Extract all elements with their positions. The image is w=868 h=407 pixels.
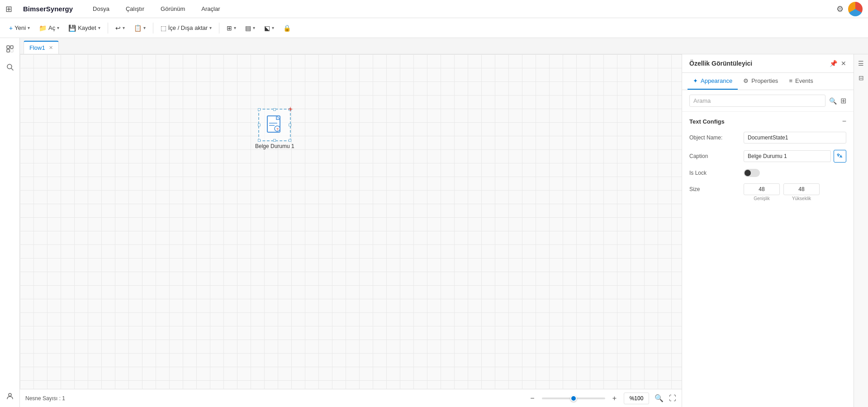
right-icon-panel: ☰ ⊟ (854, 54, 868, 407)
tab-close-icon[interactable]: ✕ (49, 45, 53, 51)
sidebar-user-icon[interactable] (3, 389, 17, 403)
zoom-in-button[interactable]: + (611, 393, 618, 404)
tab-area: Flow1 ✕ (20, 38, 868, 407)
is-lock-row: Is Lock (689, 169, 846, 177)
panel-search-area: 🔍 ⊞ (682, 90, 854, 112)
export-icon: ⬚ (161, 24, 166, 32)
lock-icon: 🔒 (283, 24, 291, 32)
size-height-group: Yükseklik (783, 183, 820, 201)
tab-events[interactable]: ≡ Events (783, 73, 818, 90)
events-tab-label: Events (795, 77, 813, 84)
size-width-label: Genişlik (754, 196, 770, 201)
panel-header: Özellik Görüntüleyici 📌 ✕ (682, 54, 854, 73)
menu-gorunum[interactable]: Görünüm (157, 4, 189, 14)
save-chevron-icon: ▾ (98, 25, 100, 30)
svg-text:?: ? (276, 127, 279, 131)
panel-layout-icon[interactable]: ⊞ (840, 96, 846, 105)
is-lock-toggle[interactable] (744, 169, 760, 177)
flow-node[interactable]: ? Belge Durumu 1 (255, 109, 294, 149)
menu-calistir[interactable]: Çalıştır (122, 4, 148, 14)
clipboard-chevron-icon: ▾ (143, 25, 146, 30)
size-height-input[interactable] (783, 183, 820, 195)
size-height-label: Yükseklik (792, 196, 811, 201)
layout-chevron-icon: ▾ (253, 25, 255, 30)
canvas[interactable]: ? Belge Durumu 1 (20, 54, 682, 389)
layout-button[interactable]: ▤ ▾ (242, 23, 259, 34)
clipboard-icon: 📋 (134, 24, 142, 32)
toolbar-separator-2 (153, 23, 153, 34)
caption-label: Caption (689, 153, 744, 159)
export-button[interactable]: ⬚ İçe / Dışa aktar ▾ (157, 23, 215, 34)
close-panel-icon[interactable]: ✕ (841, 60, 846, 67)
sidebar-tool-icon[interactable] (3, 42, 17, 56)
object-name-row: Object Name: (689, 132, 846, 144)
svg-rect-0 (7, 46, 9, 48)
new-button[interactable]: + Yeni ▾ (5, 23, 33, 34)
search-input[interactable] (689, 95, 825, 107)
fit-screen-icon[interactable]: ⛶ (669, 394, 676, 402)
handle-mr (289, 124, 291, 126)
shape-button[interactable]: ⬕ ▾ (261, 23, 278, 34)
toolbar-separator-1 (108, 23, 108, 34)
right-panel-icon-1[interactable]: ☰ (856, 58, 867, 69)
lock-button[interactable]: 🔒 (280, 23, 294, 34)
handle-bc (273, 139, 276, 142)
svg-line-5 (11, 68, 13, 70)
brand-logo[interactable] (848, 2, 863, 16)
tab-appearance[interactable]: ✦ Appearance (688, 73, 738, 90)
section-header: Text Configs − (689, 117, 846, 125)
object-name-input[interactable] (744, 132, 846, 144)
menu-araclar[interactable]: Araçlar (198, 4, 223, 14)
events-tab-icon: ≡ (789, 77, 792, 84)
undo-button[interactable]: ↩ ▾ (112, 23, 128, 34)
object-name-label: Object Name: (689, 134, 744, 141)
folder-icon: 📁 (39, 24, 47, 32)
translate-button[interactable] (834, 150, 846, 163)
zoom-slider-track[interactable] (542, 397, 605, 399)
canvas-container: ? Belge Durumu 1 Nesne Sayısı : 1 − + (20, 54, 682, 407)
toolbar: + Yeni ▾ 📁 Aç ▾ 💾 Kaydet ▾ ↩ ▾ 📋 ▾ ⬚ İçe… (0, 18, 868, 38)
svg-point-6 (9, 393, 11, 396)
zoom-input[interactable]: %100 (624, 393, 649, 404)
svg-rect-1 (10, 46, 13, 48)
settings-icon[interactable]: ⚙ (836, 4, 844, 14)
handle-ml (258, 124, 261, 126)
pin-icon[interactable]: 📌 (830, 60, 837, 67)
properties-tab-label: Properties (751, 77, 778, 84)
menu-dosya[interactable]: Dosya (89, 4, 113, 14)
shape-icon: ⬕ (264, 24, 270, 32)
node-document-icon: ? (264, 114, 285, 136)
tab-bar: Flow1 ✕ (20, 38, 868, 54)
tab-properties[interactable]: ⚙ Properties (738, 73, 783, 90)
clipboard-button[interactable]: 📋 ▾ (130, 23, 149, 34)
size-width-input[interactable] (744, 183, 780, 195)
caption-input[interactable] (744, 150, 831, 162)
zoom-slider-thumb[interactable] (570, 395, 577, 402)
size-inputs: Genişlik Yükseklik (744, 183, 846, 201)
undo-icon: ↩ (115, 24, 121, 32)
section-title: Text Configs (689, 118, 725, 125)
right-panel-icon-2[interactable]: ⊟ (856, 72, 867, 83)
header-right-icons: ⚙ (836, 2, 863, 16)
panel-title: Özellik Görüntüleyici (689, 60, 752, 67)
open-button[interactable]: 📁 Aç ▾ (35, 23, 63, 34)
object-count-label: Nesne Sayısı : 1 (25, 395, 65, 402)
sidebar-search-icon[interactable] (3, 60, 17, 74)
node-wrapper[interactable]: ? (258, 109, 291, 141)
toggle-thumb (745, 170, 751, 176)
grid-chevron-icon: ▾ (234, 25, 236, 30)
zoom-search-icon[interactable]: 🔍 (655, 394, 664, 402)
grid-button[interactable]: ⊞ ▾ (223, 23, 240, 34)
save-button[interactable]: 💾 Kaydet ▾ (65, 23, 104, 34)
svg-rect-2 (7, 49, 9, 52)
zoom-out-button[interactable]: − (528, 393, 536, 404)
section-collapse-icon[interactable]: − (842, 117, 846, 125)
app-name: BimserSynergy (23, 5, 73, 13)
tab-flow1[interactable]: Flow1 ✕ (24, 41, 59, 54)
appearance-tab-icon: ✦ (693, 77, 698, 84)
plus-icon: + (9, 24, 13, 32)
app-grid-icon[interactable]: ⊞ (5, 4, 12, 14)
handle-tl (258, 108, 261, 111)
properties-tab-icon: ⚙ (743, 77, 749, 84)
appearance-tab-label: Appearance (701, 77, 732, 84)
